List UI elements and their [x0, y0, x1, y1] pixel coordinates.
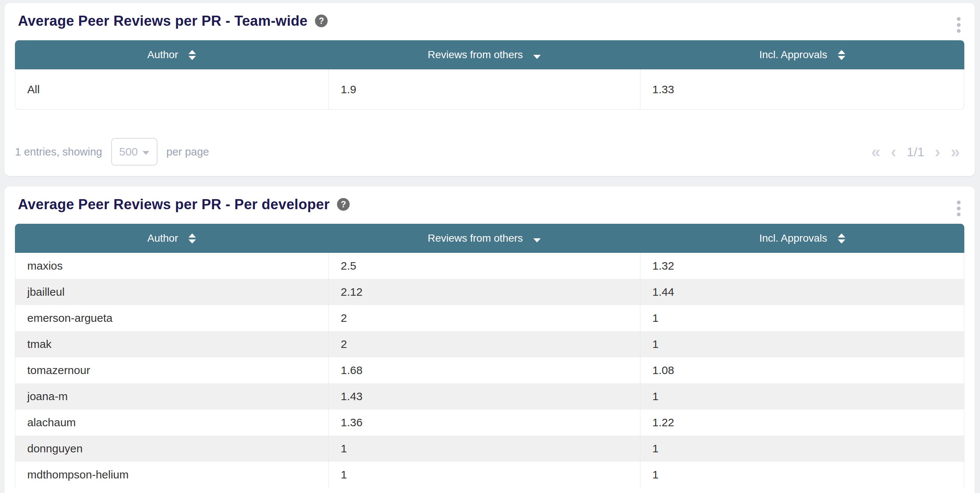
table-cell: tomazernour: [15, 357, 328, 384]
sort-updown-icon: [188, 233, 196, 244]
table-header-row: AuthorReviews from othersIncl. Approvals: [15, 40, 964, 69]
page-indicator: 1/1: [907, 145, 924, 159]
sort-updown-icon: [838, 233, 845, 244]
kebab-menu-icon[interactable]: [955, 199, 962, 218]
page-size-value: 500: [119, 146, 138, 158]
table-cell: emerson-argueta: [15, 305, 328, 331]
table-row: tmak21: [15, 331, 964, 357]
table-cell: 1.32: [640, 253, 964, 279]
table-cell: 1.9: [328, 69, 640, 109]
card-header: Average Peer Reviews per PR - Team-wide …: [15, 13, 964, 29]
column-header-label: Author: [147, 232, 178, 244]
pagination-bar: 1 entries, showing 500 per page « ‹ 1/1 …: [15, 138, 964, 166]
table-header-row: AuthorReviews from othersIncl. Approvals: [15, 224, 964, 253]
table-cell: 2: [328, 331, 640, 357]
table-row: joana-m1.431: [15, 384, 964, 409]
table-row: mdthompson-helium11: [15, 462, 964, 488]
table-cell: 1.44: [640, 279, 964, 305]
pagination-last-button[interactable]: »: [951, 144, 960, 160]
table-cell: All: [15, 69, 328, 109]
table-cell: 1.08: [640, 357, 964, 384]
table-cell: 1: [640, 384, 964, 409]
table-row: donnguyen11: [15, 436, 964, 462]
column-header[interactable]: Reviews from others: [328, 224, 640, 253]
table-cell: alachaum: [15, 409, 328, 436]
column-header-label: Incl. Approvals: [759, 49, 827, 61]
sort-desc-icon: [533, 55, 541, 59]
teamwide-table: AuthorReviews from othersIncl. Approvals…: [15, 40, 964, 109]
table-row: maxios2.51.32: [15, 253, 964, 279]
table-cell: donnguyen: [15, 436, 328, 462]
per-developer-table: AuthorReviews from othersIncl. Approvals…: [15, 224, 964, 488]
column-header[interactable]: Author: [15, 224, 328, 253]
table-cell: 1: [640, 331, 964, 357]
table-cell: 2: [328, 305, 640, 331]
sort-desc-icon: [533, 238, 541, 243]
column-header-label: Reviews from others: [428, 49, 523, 61]
entries-summary: 1 entries, showing: [15, 146, 102, 158]
column-header[interactable]: Reviews from others: [328, 40, 640, 69]
page-size-select[interactable]: 500: [111, 138, 158, 166]
table-cell: tmak: [15, 331, 328, 357]
sort-updown-icon: [188, 50, 196, 60]
table-cell: mdthompson-helium: [15, 462, 328, 488]
pagination-prev-button[interactable]: ‹: [891, 144, 896, 160]
table-row: emerson-argueta21: [15, 305, 964, 331]
kebab-menu-icon[interactable]: [955, 16, 962, 34]
table-cell: 1: [328, 462, 640, 488]
table-row: jbailleul2.121.44: [15, 279, 964, 305]
help-icon[interactable]: ?: [337, 198, 350, 211]
pagination-next-button[interactable]: ›: [935, 144, 940, 160]
per-page-label: per page: [167, 146, 209, 158]
column-header[interactable]: Incl. Approvals: [640, 40, 964, 69]
page-title: Average Peer Reviews per PR - Per develo…: [18, 196, 329, 212]
table-cell: 1: [328, 436, 640, 462]
column-header-label: Incl. Approvals: [759, 232, 827, 244]
sort-updown-icon: [838, 50, 845, 60]
column-header[interactable]: Incl. Approvals: [640, 224, 964, 253]
column-header[interactable]: Author: [15, 40, 328, 69]
table-row: All1.91.33: [15, 69, 964, 109]
table-cell: 1: [640, 305, 964, 331]
page-title: Average Peer Reviews per PR - Team-wide: [18, 13, 307, 29]
card-teamwide: Average Peer Reviews per PR - Team-wide …: [5, 3, 975, 176]
table-cell: 1.22: [640, 409, 964, 436]
table-cell: maxios: [15, 253, 328, 279]
table-row: alachaum1.361.22: [15, 409, 964, 436]
table-cell: 1.43: [328, 384, 640, 409]
pagination-first-button[interactable]: «: [871, 144, 880, 160]
card-per-developer: Average Peer Reviews per PR - Per develo…: [5, 187, 975, 493]
table-row: tomazernour1.681.08: [15, 357, 964, 384]
table-cell: 1: [640, 436, 964, 462]
table-cell: 1.33: [640, 69, 964, 109]
table-cell: joana-m: [15, 384, 328, 409]
table-cell: 2.5: [328, 253, 640, 279]
help-icon[interactable]: ?: [315, 14, 328, 27]
chevron-down-icon: [143, 151, 149, 155]
table-cell: 1.68: [328, 357, 640, 384]
table-cell: 1: [640, 462, 964, 488]
column-header-label: Author: [147, 49, 178, 61]
card-header: Average Peer Reviews per PR - Per develo…: [15, 196, 964, 212]
table-cell: 1.36: [328, 409, 640, 436]
table-cell: jbailleul: [15, 279, 328, 305]
table-cell: 2.12: [328, 279, 640, 305]
column-header-label: Reviews from others: [428, 232, 523, 244]
